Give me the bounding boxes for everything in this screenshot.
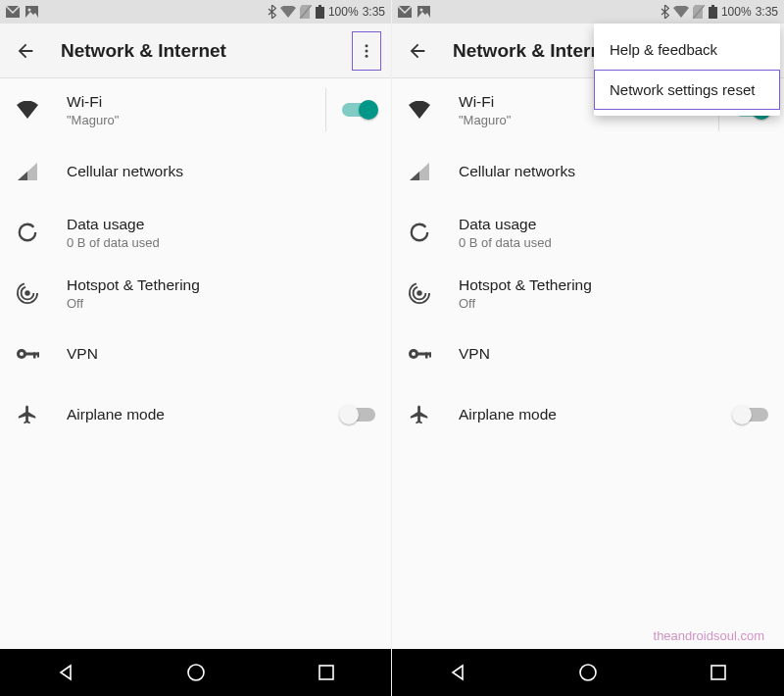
svg-point-22	[420, 9, 423, 12]
svg-rect-39	[711, 666, 725, 679]
row-data-title: Data usage	[459, 216, 768, 233]
menu-help-feedback[interactable]: Help & feedback	[594, 29, 780, 70]
row-hotspot-title: Hotspot & Tethering	[67, 276, 375, 294]
svg-point-10	[24, 290, 30, 296]
status-bar: 100% 3:35	[392, 0, 784, 24]
svg-point-2	[28, 9, 31, 12]
row-data-sub: 0 B of data used	[459, 235, 768, 250]
screen-left: 100% 3:35 Network & Internet Wi-Fi "	[0, 0, 392, 696]
battery-icon	[709, 5, 717, 19]
row-cellular[interactable]: Cellular networks	[392, 141, 784, 202]
clock: 3:35	[756, 5, 778, 19]
overflow-menu-button[interactable]	[352, 31, 381, 71]
svg-rect-25	[709, 7, 717, 19]
nav-recents[interactable]	[699, 653, 738, 692]
row-data-usage[interactable]: Data usage 0 B of data used	[0, 202, 391, 263]
wifi-toggle[interactable]	[342, 103, 375, 117]
row-data-usage[interactable]: Data usage 0 B of data used	[392, 202, 784, 263]
svg-point-29	[412, 224, 428, 241]
menu-network-reset[interactable]: Network settings reset	[594, 70, 780, 110]
airplane-icon	[406, 404, 433, 425]
wifi-status-icon	[280, 6, 296, 18]
row-hotspot-sub: Off	[459, 296, 768, 311]
row-hotspot-title: Hotspot & Tethering	[459, 276, 768, 294]
svg-point-14	[20, 352, 24, 356]
row-hotspot[interactable]: Hotspot & Tethering Off	[0, 263, 391, 323]
back-button[interactable]	[402, 35, 433, 67]
svg-rect-35	[417, 353, 431, 356]
row-airplane-title: Airplane mode	[459, 406, 710, 423]
row-data-sub: 0 B of data used	[67, 235, 375, 250]
bluetooth-icon	[661, 5, 669, 19]
cellular-icon	[406, 163, 433, 180]
hotspot-icon	[14, 282, 41, 304]
svg-point-38	[580, 665, 596, 680]
settings-list: Wi-Fi "Maguro" Cellular networks	[392, 78, 784, 649]
nav-back[interactable]	[46, 653, 85, 692]
wifi-icon	[406, 101, 433, 119]
row-vpn[interactable]: VPN	[392, 323, 784, 384]
gallery-icon	[417, 6, 430, 18]
row-hotspot[interactable]: Hotspot & Tethering Off	[392, 263, 784, 323]
hotspot-icon	[406, 282, 433, 304]
battery-pct: 100%	[721, 5, 752, 19]
svg-point-6	[366, 44, 368, 47]
status-bar: 100% 3:35	[0, 0, 391, 24]
gallery-icon	[25, 6, 38, 18]
no-sim-icon	[300, 5, 312, 19]
row-vpn-title: VPN	[67, 345, 375, 363]
vpn-key-icon	[406, 347, 433, 361]
settings-list: Wi-Fi "Maguro" Cellular networks	[0, 78, 391, 649]
screen-right: 100% 3:35 Network & Internet Help & feed…	[392, 0, 784, 696]
overflow-menu: Help & feedback Network settings reset	[594, 24, 780, 116]
battery-pct: 100%	[328, 5, 359, 19]
svg-rect-4	[318, 5, 321, 7]
svg-rect-5	[316, 7, 324, 19]
svg-point-18	[188, 665, 204, 680]
row-cellular-title: Cellular networks	[67, 163, 375, 180]
svg-rect-19	[319, 666, 333, 679]
airplane-icon	[14, 404, 41, 425]
clock: 3:35	[363, 5, 385, 19]
svg-rect-15	[25, 353, 39, 356]
svg-rect-17	[37, 353, 39, 358]
row-airplane[interactable]: Airplane mode	[0, 384, 391, 445]
svg-point-34	[412, 352, 416, 356]
row-wifi-sub: "Maguro"	[67, 113, 300, 127]
svg-point-8	[366, 54, 368, 57]
row-airplane-title: Airplane mode	[67, 406, 317, 423]
page-title: Network & Internet	[61, 40, 332, 62]
airplane-toggle[interactable]	[735, 408, 768, 422]
nav-bar	[392, 649, 784, 696]
wifi-status-icon	[673, 6, 689, 18]
row-data-title: Data usage	[67, 216, 375, 233]
row-cellular[interactable]: Cellular networks	[0, 141, 391, 202]
vpn-key-icon	[14, 347, 41, 361]
nav-recents[interactable]	[307, 653, 346, 692]
nav-back[interactable]	[438, 653, 477, 692]
row-hotspot-sub: Off	[67, 296, 375, 311]
nav-bar	[0, 649, 391, 696]
svg-rect-37	[429, 353, 431, 358]
nav-home[interactable]	[176, 653, 216, 692]
data-usage-icon	[406, 222, 433, 243]
cellular-icon	[14, 163, 41, 180]
gmail-icon	[398, 6, 412, 18]
battery-icon	[316, 5, 324, 19]
nav-home[interactable]	[568, 653, 608, 692]
no-sim-icon	[693, 5, 705, 19]
row-vpn-title: VPN	[459, 345, 768, 363]
airplane-toggle[interactable]	[342, 408, 375, 422]
svg-point-30	[416, 290, 422, 296]
back-button[interactable]	[10, 35, 41, 67]
watermark: theandroidsoul.com	[654, 628, 764, 643]
row-vpn[interactable]: VPN	[0, 323, 391, 384]
app-bar: Network & Internet	[0, 24, 391, 78]
svg-point-9	[20, 224, 36, 241]
svg-rect-16	[33, 353, 36, 359]
row-airplane[interactable]: Airplane mode	[392, 384, 784, 445]
svg-rect-24	[711, 5, 714, 7]
svg-point-7	[366, 49, 368, 52]
row-wifi-title: Wi-Fi	[67, 93, 300, 111]
row-wifi[interactable]: Wi-Fi "Maguro"	[0, 78, 391, 141]
